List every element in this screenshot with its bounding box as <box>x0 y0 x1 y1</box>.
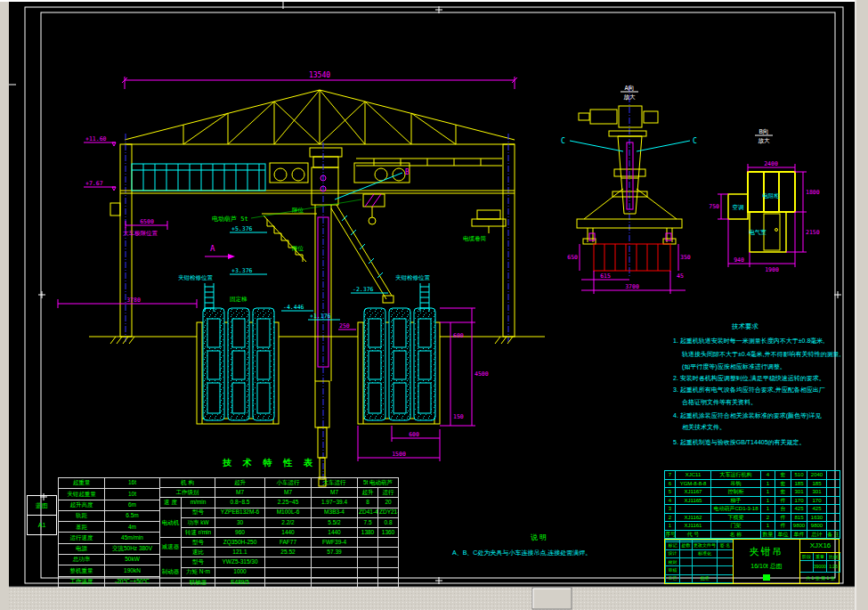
dim-truss-span: 13540 <box>309 71 330 79</box>
table-cell: 301 <box>791 488 807 497</box>
table-cell: 数量 <box>761 530 775 539</box>
technical-notes: 技术要求 1. 起重机轨道安装时每一米测量长度内不大于±0.8毫米, 轨道接头间… <box>669 317 858 451</box>
scrollbar-thumb[interactable] <box>532 588 572 609</box>
table-cell: 吊钩 <box>711 479 761 488</box>
table-cell: 1 <box>761 505 775 514</box>
table-cell: XJC11 <box>676 471 711 480</box>
table-cell: 9800 <box>791 522 807 531</box>
table-cell: 45m/min <box>105 533 160 543</box>
table-row: 5XJ1167控制柜1套301301 <box>665 488 840 497</box>
table-row: 力矩 N·m1000 <box>160 567 399 577</box>
horizontal-scrollbar[interactable] <box>9 587 855 610</box>
table-cell: 5 <box>665 488 676 497</box>
table-cell: 速 度 <box>160 498 182 508</box>
scale-header: 比例 <box>827 553 840 560</box>
table-row: 速 度m/min0.8~8.52.25~451.97~39.4820 <box>160 498 399 508</box>
table-cell <box>358 557 378 567</box>
table-cell: YWZ5-315/30 <box>215 557 265 567</box>
table-row: 夹钳起重量10t <box>59 489 160 500</box>
table-cell <box>718 558 734 566</box>
table-cell: 件 <box>775 513 791 522</box>
table-row: 工艺批准 <box>666 574 734 582</box>
table-cell <box>358 538 378 548</box>
table-cell: M7 <box>215 488 265 498</box>
table-cell: 1380 <box>358 527 378 537</box>
table-row: 1XJ1161门架1件98009800 <box>665 522 840 531</box>
vertical-scrollbar[interactable] <box>855 0 868 610</box>
table-cell: 套 <box>775 479 791 488</box>
table-cell: 30 <box>215 517 265 527</box>
table-cell: ZQ350H-250 <box>215 538 265 548</box>
slab <box>253 308 274 420</box>
svg-text:1900: 1900 <box>765 266 779 273</box>
table-cell <box>378 557 399 567</box>
svg-text:A: A <box>210 244 215 253</box>
service-left-label: 夹钳检修位置 <box>178 274 214 281</box>
slab <box>203 308 224 420</box>
spec-table-title: 技 术 特 性 表 <box>223 457 317 469</box>
table-cell: 控制柜 <box>711 488 761 497</box>
table-cell <box>358 577 378 587</box>
table-cell <box>312 557 358 567</box>
table-cell: -20℃~+50℃ <box>105 576 160 587</box>
note-line: 1. 起重机轨道安装时每一米测量长度内不大于±0.8毫米, <box>673 338 824 344</box>
table-cell: 1000 <box>215 567 265 577</box>
svg-text:C: C <box>693 137 697 145</box>
table-row: 机 构起升小车运行大车运行5t 电动葫芦 <box>160 478 399 488</box>
table-cell: 57.39 <box>312 548 358 557</box>
table-cell: 起重量 <box>59 478 105 489</box>
drawing-number: XJX16 <box>800 540 840 553</box>
table-cell: 1 <box>761 496 775 505</box>
table-cell: 型号 <box>182 508 215 517</box>
table-cell: M100L-6 <box>265 508 312 517</box>
svg-text:C: C <box>561 137 565 145</box>
table-cell: 20 <box>378 498 399 508</box>
table-cell: 整机重量 <box>59 565 105 576</box>
table-cell: 8 <box>358 498 378 508</box>
room-label: 电气室 <box>749 229 767 236</box>
table-cell: 大车运行机构 <box>711 471 761 480</box>
table-row: 基距4m <box>59 522 160 533</box>
table-cell: M7 <box>312 488 358 498</box>
table-cell: 2 <box>665 513 676 522</box>
table-cell: 备 注 <box>827 530 840 539</box>
table-cell: 0.8 <box>378 517 399 527</box>
section-b-label: B <box>405 168 410 176</box>
table-cell: 1630 <box>807 513 827 522</box>
table-cell: 名 称 <box>711 530 761 539</box>
svg-text:350: 350 <box>680 254 691 261</box>
table-cell: XJ1167 <box>676 488 711 497</box>
table-cell: 190kN <box>105 565 160 576</box>
table-cell: 121.1 <box>215 548 265 557</box>
table-cell: 制动器 <box>160 557 182 588</box>
table-row: 序号代 号名 称数量单位单件总计备 注 <box>665 530 840 539</box>
table-cell: 小车运行 <box>265 478 312 488</box>
table-cell: 套 <box>775 471 791 480</box>
table-cell: XJ1161 <box>676 522 711 531</box>
table-cell <box>827 488 840 497</box>
table-cell: 16t <box>105 478 160 489</box>
table-row: 2XJ1162下横梁2件8151630 <box>665 513 840 522</box>
table-cell: 4m <box>105 522 160 533</box>
table-cell: 1.97~39.4 <box>312 498 358 508</box>
table-cell: M3B3-4 <box>312 508 358 517</box>
table-cell: 1440 <box>265 527 312 537</box>
table-cell: 单件 <box>791 530 807 539</box>
table-cell: 6m <box>105 500 160 510</box>
svg-text:600: 600 <box>453 332 464 339</box>
room-view-subtitle: 放大 <box>758 137 771 144</box>
table-cell: 185 <box>791 479 807 488</box>
table-cell: 6 <box>665 479 676 488</box>
table-row: 标记处数更改文件号签 名 <box>666 541 734 549</box>
table-cell: 7.5 <box>358 517 378 527</box>
table-cell <box>358 548 378 557</box>
table-cell <box>827 496 840 505</box>
svg-text:1500: 1500 <box>392 451 406 458</box>
title-block-center: 夹钳吊 16/10t 总图 <box>733 540 800 583</box>
svg-text:600: 600 <box>409 431 419 438</box>
table-cell: 起升高度 <box>59 500 105 510</box>
table-cell: 减速器 <box>160 538 182 557</box>
table-cell: 2.2/2 <box>265 517 312 527</box>
table-cell: 电源 <box>59 543 105 554</box>
table-cell: 总计 <box>807 530 827 539</box>
